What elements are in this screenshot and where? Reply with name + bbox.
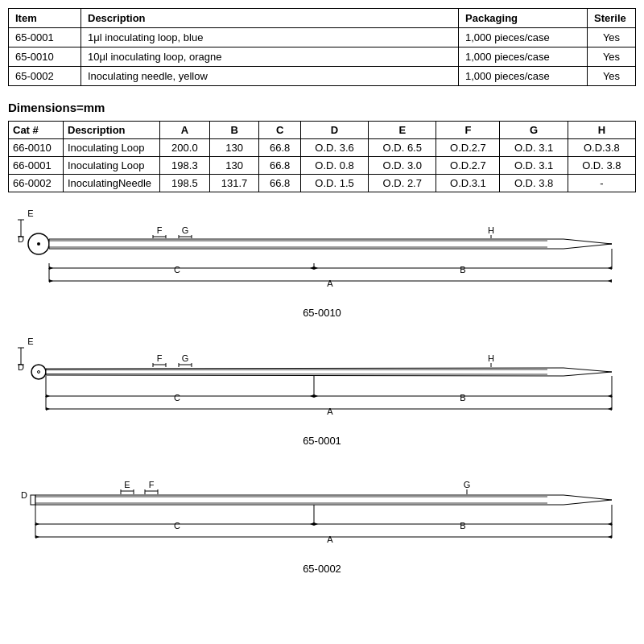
svg-text:D: D <box>21 490 27 500</box>
dim-col-g: G <box>500 122 568 139</box>
product-row: 65-00011μl inoculating loop, blue1,000 p… <box>9 28 636 47</box>
svg-point-6 <box>37 242 40 246</box>
diagram-65-0010-svg: E D F G <box>16 208 628 301</box>
dim-cell-E: O.D. 6.5 <box>369 139 436 157</box>
svg-text:F: F <box>157 353 163 363</box>
cell-item: 65-0010 <box>9 47 81 67</box>
svg-marker-92 <box>310 522 314 526</box>
svg-marker-60 <box>310 394 314 398</box>
dim-col-c: C <box>259 122 300 139</box>
svg-text:G: G <box>464 480 471 489</box>
svg-text:G: G <box>182 225 189 235</box>
svg-marker-66 <box>608 394 612 398</box>
svg-marker-91 <box>35 522 39 526</box>
dim-cell-B: 130 <box>209 157 259 175</box>
svg-line-46 <box>46 374 547 375</box>
dim-cell-G: O.D. 3.1 <box>500 139 568 157</box>
dim-cell-B: 130 <box>209 139 259 157</box>
svg-text:E: E <box>27 208 33 218</box>
dim-cell-F: O.D.2.7 <box>436 157 500 175</box>
dim-cell-F: O.D.2.7 <box>436 139 500 157</box>
svg-text:H: H <box>488 353 494 363</box>
svg-marker-59 <box>46 394 50 398</box>
dim-col-b: B <box>209 122 259 139</box>
dim-cell-A: 198.3 <box>160 157 210 175</box>
svg-text:G: G <box>182 353 189 363</box>
diagram-65-0002-svg: D E F G C <box>16 464 628 557</box>
cell-packaging: 1,000 pieces/case <box>459 47 588 67</box>
svg-text:H: H <box>488 225 494 235</box>
svg-marker-70 <box>46 407 50 411</box>
svg-marker-23 <box>49 266 53 270</box>
svg-marker-24 <box>310 266 314 270</box>
dim-col-description: Description <box>64 122 160 139</box>
cell-packaging: 1,000 pieces/case <box>459 28 588 47</box>
svg-marker-29 <box>314 266 318 270</box>
svg-text:B: B <box>460 393 465 402</box>
dim-row: 66-0010Inoculating Loop200.013066.8O.D. … <box>9 139 636 157</box>
dim-cell-F: O.D.3.1 <box>436 175 500 192</box>
svg-text:A: A <box>327 535 333 544</box>
dim-cell-desc: Inoculating Loop <box>64 139 160 157</box>
product-table: Item Description Packaging Sterile 65-00… <box>8 8 636 86</box>
dim-col-e: E <box>369 122 436 139</box>
svg-marker-103 <box>608 535 612 539</box>
dim-cell-B: 131.7 <box>209 175 259 192</box>
diagram-65-0010: E D F G <box>8 208 636 319</box>
diagrams-section: E D F G <box>8 208 636 575</box>
dim-cell-A: 200.0 <box>160 139 210 157</box>
svg-marker-102 <box>35 535 39 539</box>
col-sterile: Sterile <box>588 9 636 28</box>
svg-marker-98 <box>608 522 612 526</box>
svg-text:B: B <box>460 521 465 530</box>
dim-col-d: D <box>300 122 368 139</box>
cell-description: 10μl inoculating loop, oragne <box>81 47 459 67</box>
diagram-65-0001-svg: E D F G H C <box>16 336 628 429</box>
dim-cell-cat: 66-0001 <box>9 157 64 175</box>
dim-cell-D: O.D. 0.8 <box>300 157 368 175</box>
dim-cell-A: 198.5 <box>160 175 210 192</box>
dimensions-table: Cat #DescriptionABCDEFGH 66-0010Inoculat… <box>8 121 636 192</box>
dim-cell-H: - <box>568 175 635 192</box>
dim-cell-H: O.D.3.8 <box>568 139 635 157</box>
svg-point-42 <box>31 365 46 379</box>
svg-text:A: A <box>327 407 333 416</box>
diagram-65-0010-label: 65-0010 <box>8 307 636 319</box>
dim-cell-cat: 66-0002 <box>9 175 64 192</box>
dim-row: 66-0001Inoculating Loop198.313066.8O.D. … <box>9 157 636 175</box>
dim-col-a: A <box>160 122 210 139</box>
svg-marker-35 <box>608 279 612 283</box>
svg-text:B: B <box>460 265 465 275</box>
svg-text:F: F <box>149 480 155 489</box>
svg-text:F: F <box>157 225 163 235</box>
dim-cell-D: O.D. 3.6 <box>300 139 368 157</box>
cell-packaging: 1,000 pieces/case <box>459 67 588 86</box>
svg-marker-71 <box>608 407 612 411</box>
cell-description: Inoculating needle, yellow <box>81 67 459 86</box>
diagram-65-0001-label: 65-0001 <box>8 435 636 447</box>
svg-marker-34 <box>49 279 53 283</box>
dim-col-h: H <box>568 122 635 139</box>
dim-cell-desc: Inoculating Loop <box>64 157 160 175</box>
svg-text:C: C <box>174 265 180 275</box>
svg-line-45 <box>46 369 547 370</box>
svg-text:E: E <box>124 480 130 489</box>
dim-cell-D: O.D. 1.5 <box>300 175 368 192</box>
dim-cell-C: 66.8 <box>259 175 300 192</box>
svg-rect-75 <box>31 495 35 505</box>
dim-cell-E: O.D. 2.7 <box>369 175 436 192</box>
svg-point-43 <box>38 371 40 374</box>
dim-col-f: F <box>436 122 500 139</box>
dim-cell-C: 66.8 <box>259 157 300 175</box>
dim-cell-C: 66.8 <box>259 139 300 157</box>
cell-sterile: Yes <box>588 28 636 47</box>
dim-cell-desc: InoculatingNeedle <box>64 175 160 192</box>
dim-cell-E: O.D. 3.0 <box>369 157 436 175</box>
dim-cell-G: O.D. 3.8 <box>500 175 568 192</box>
dim-cell-H: O.D. 3.8 <box>568 157 635 175</box>
svg-text:C: C <box>174 521 180 530</box>
svg-marker-65 <box>314 394 318 398</box>
dimensions-heading: Dimensions=mm <box>8 101 636 114</box>
svg-marker-30 <box>608 266 612 270</box>
cell-item: 65-0002 <box>9 67 81 86</box>
